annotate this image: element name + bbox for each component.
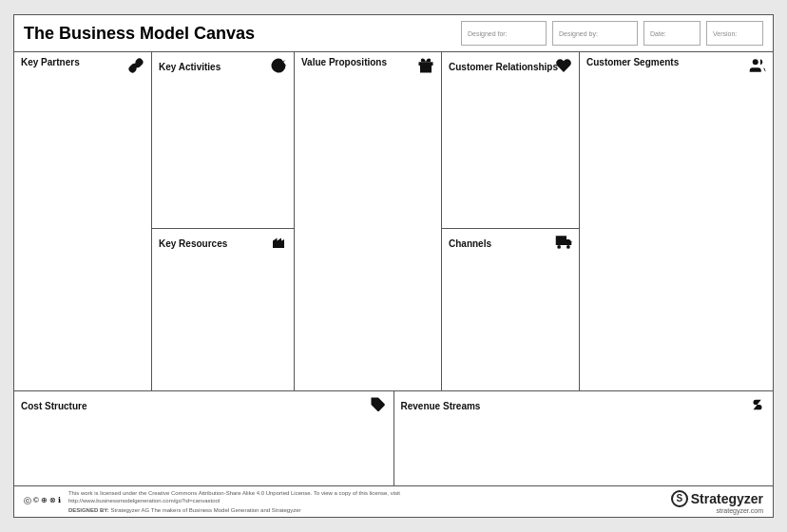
designed-by-bold: DESIGNED BY: (68, 507, 109, 513)
tag-icon (370, 396, 387, 417)
footer-license-text: This work is licensed under the Creative… (68, 489, 449, 505)
bottom-section: Cost Structure Revenue Streams (14, 391, 773, 486)
person-icon (749, 57, 766, 78)
license-icons: ⓒ © ⊕ ⊗ ℹ (24, 496, 61, 506)
svg-point-8 (753, 59, 758, 65)
date-field[interactable]: Date: (643, 21, 701, 46)
canvas-footer: ⓒ © ⊕ ⊗ ℹ This work is licensed under th… (14, 486, 773, 517)
truck-icon (555, 234, 572, 255)
customer-segments-cell: Customer Segments (580, 52, 773, 390)
svg-point-7 (566, 245, 570, 249)
value-propositions-label: Value Propositions (301, 57, 434, 68)
checkmark-icon (270, 57, 287, 78)
svg-rect-0 (276, 244, 278, 249)
cr-ch-column: Customer Relationships Channels (442, 52, 580, 390)
factory-icon (270, 234, 287, 255)
link-icon (127, 57, 144, 78)
key-resources-label: Key Resources (159, 238, 227, 249)
channels-label: Channels (449, 238, 491, 249)
cc-icon: ⓒ (24, 496, 31, 506)
cost-structure-label: Cost Structure (21, 401, 86, 411)
heart-icon (555, 57, 572, 78)
designed-by-label: Designed by: (559, 30, 631, 37)
designed-for-field[interactable]: Designed for: (461, 21, 547, 46)
channels-cell: Channels (442, 229, 579, 390)
date-label: Date: (650, 30, 694, 37)
customer-segments-label: Customer Segments (586, 57, 766, 68)
business-model-canvas: The Business Model Canvas Designed for: … (13, 14, 774, 518)
strategyzer-logo: S Strategyzer (671, 490, 763, 507)
strategyzer-logo-icon: S (671, 490, 688, 507)
value-propositions-cell: Value Propositions (295, 52, 442, 390)
svg-rect-2 (419, 62, 433, 66)
designed-by-field[interactable]: Designed by: (552, 21, 638, 46)
designed-for-label: Designed for: (468, 30, 540, 37)
cc-person-icon: ⊕ (41, 496, 48, 506)
customer-relationships-label: Customer Relationships (449, 62, 558, 72)
key-resources-cell: Key Resources (152, 229, 294, 390)
info-icon: ℹ (58, 496, 61, 506)
top-section: Key Partners Key Activities (14, 52, 773, 391)
designed-by-value: Strategyzer AG (110, 507, 149, 513)
key-partners-label: Key Partners (21, 57, 144, 68)
footer-right: S Strategyzer strategyzer.com (671, 490, 763, 514)
footer-left: ⓒ © ⊕ ⊗ ℹ This work is licensed under th… (24, 489, 449, 514)
coin-icon (749, 396, 766, 417)
revenue-streams-cell: Revenue Streams (394, 391, 774, 485)
revenue-streams-label: Revenue Streams (401, 401, 481, 411)
gift-icon (417, 57, 434, 78)
key-activities-cell: Key Activities (152, 52, 294, 229)
cost-structure-cell: Cost Structure (14, 391, 394, 485)
header-fields: Designed for: Designed by: Date: Version… (266, 21, 763, 46)
version-label: Version: (713, 30, 757, 37)
key-partners-cell: Key Partners (14, 52, 152, 390)
svg-point-6 (557, 245, 561, 249)
footer-makers: The makers of Business Model Generation … (151, 507, 301, 513)
canvas-title: The Business Model Canvas (24, 24, 255, 44)
canvas-header: The Business Model Canvas Designed for: … (14, 15, 773, 52)
cc-circle-icon: © (33, 496, 39, 506)
customer-relationships-cell: Customer Relationships (442, 52, 579, 229)
svg-marker-5 (566, 239, 571, 245)
svg-rect-1 (279, 244, 281, 249)
ka-kr-column: Key Activities Key Resources (152, 52, 295, 390)
strategyzer-logo-text: Strategyzer (691, 491, 763, 506)
main-grid: Key Partners Key Activities (14, 52, 773, 486)
cc-share-icon: ⊗ (49, 496, 56, 506)
version-field[interactable]: Version: (706, 21, 763, 46)
strategyzer-url: strategyzer.com (717, 507, 763, 514)
footer-designed-by: DESIGNED BY: Strategyzer AG The makers o… (68, 506, 449, 514)
svg-rect-4 (556, 236, 566, 245)
key-activities-label: Key Activities (159, 62, 221, 72)
